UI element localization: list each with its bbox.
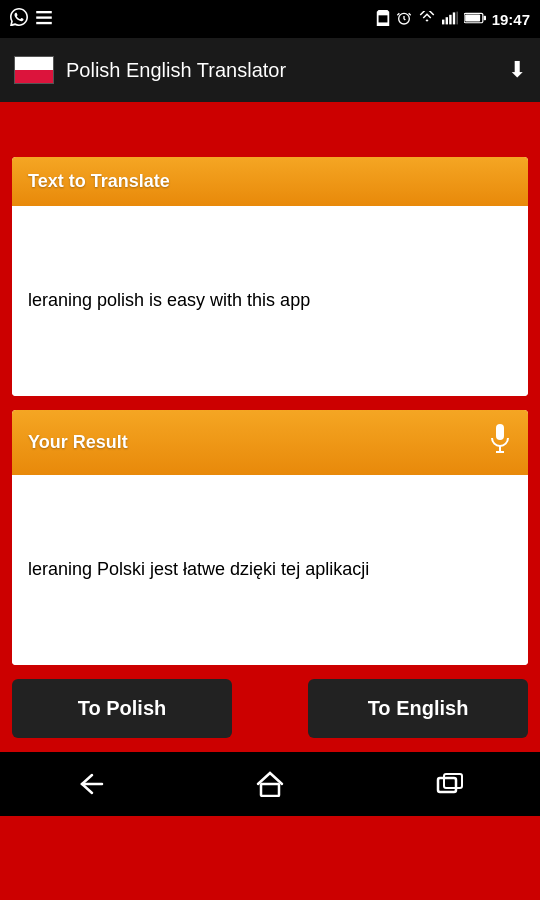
svg-rect-19 xyxy=(444,774,462,788)
buttons-bar: To Polish To English xyxy=(0,665,540,752)
back-nav-icon[interactable] xyxy=(76,773,104,795)
wifi-icon xyxy=(418,11,436,28)
download-icon[interactable]: ⬇ xyxy=(508,57,526,83)
flag-white-stripe xyxy=(15,57,53,70)
svg-rect-11 xyxy=(465,14,480,21)
status-time: 19:47 xyxy=(492,11,530,28)
bottom-nav-bar xyxy=(0,752,540,816)
result-card-body: leraning Polski jest łatwe dzięki tej ap… xyxy=(12,475,528,665)
input-card-label: Text to Translate xyxy=(28,171,170,191)
app-title: Polish English Translator xyxy=(66,59,286,82)
menu-bars-icon xyxy=(36,11,52,28)
input-card-body[interactable]: leraning polish is easy with this app xyxy=(12,206,528,396)
svg-rect-6 xyxy=(445,17,447,24)
to-polish-button[interactable]: To Polish xyxy=(12,679,232,738)
status-bar-right-icons: 19:47 xyxy=(376,10,530,29)
sim-icon xyxy=(376,10,390,29)
result-card-header: Your Result xyxy=(12,410,528,475)
whatsapp-icon xyxy=(10,8,28,30)
app-bar: Polish English Translator ⬇ xyxy=(0,38,540,102)
result-card-label: Your Result xyxy=(28,432,128,453)
svg-rect-2 xyxy=(36,21,52,23)
svg-rect-1 xyxy=(36,16,52,18)
home-nav-icon[interactable] xyxy=(256,771,284,797)
input-card-text[interactable]: leraning polish is easy with this app xyxy=(28,288,310,313)
to-english-button[interactable]: To English xyxy=(308,679,528,738)
polish-flag-icon xyxy=(14,56,54,84)
svg-rect-12 xyxy=(483,16,485,21)
result-card-text: leraning Polski jest łatwe dzięki tej ap… xyxy=(28,557,369,582)
alarm-icon xyxy=(396,10,412,29)
svg-rect-7 xyxy=(449,14,451,24)
signal-icon xyxy=(442,11,458,28)
status-bar: 19:47 xyxy=(0,0,540,38)
microphone-icon[interactable] xyxy=(488,424,512,461)
svg-rect-9 xyxy=(456,11,458,24)
svg-rect-0 xyxy=(36,11,52,13)
svg-rect-17 xyxy=(261,784,279,796)
recent-apps-nav-icon[interactable] xyxy=(436,773,464,795)
app-bar-left: Polish English Translator xyxy=(14,56,286,84)
status-bar-left-icons xyxy=(10,8,52,30)
flag-red-stripe xyxy=(15,70,53,83)
cards-wrapper: Text to Translate leraning polish is eas… xyxy=(0,157,540,665)
svg-rect-18 xyxy=(438,778,456,792)
svg-rect-13 xyxy=(496,424,504,440)
svg-rect-5 xyxy=(442,19,444,24)
input-card-header: Text to Translate xyxy=(12,157,528,206)
svg-rect-8 xyxy=(452,12,454,24)
top-spacer xyxy=(0,102,540,157)
result-card: Your Result leraning Polski jest łatwe d… xyxy=(12,410,528,665)
battery-icon xyxy=(464,11,486,27)
svg-rect-3 xyxy=(378,15,387,22)
input-card: Text to Translate leraning polish is eas… xyxy=(12,157,528,396)
